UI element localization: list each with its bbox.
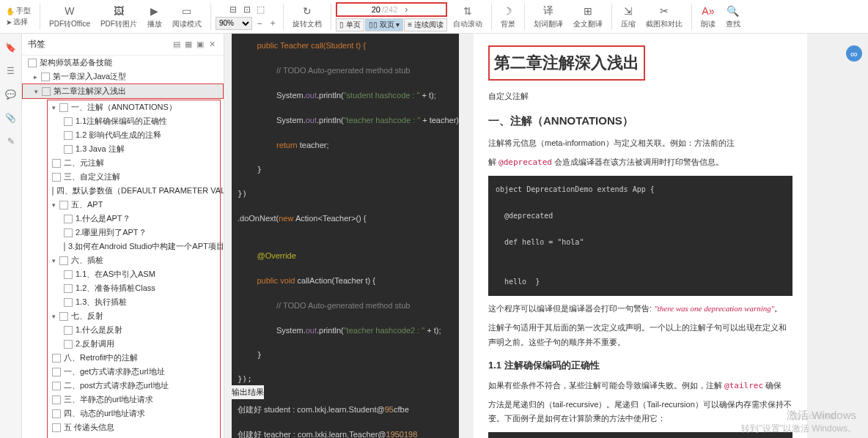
tree-s9-3[interactable]: 三、半静态的url地址请求 xyxy=(48,393,220,407)
tree-s6-2[interactable]: 1.2、准备待插桩Class xyxy=(48,281,220,295)
tree-s5-3[interactable]: 3.如何在Android Studio中构建一个APT项目？ xyxy=(48,240,220,253)
toolbar: ✋ 手型 ➤ 选择 WPDF转Office 🖼PDF转图片 ▶播放 ▭阅读模式 … xyxy=(0,0,868,34)
tree-s9-2[interactable]: 二、post方式请求静态url地址 xyxy=(48,379,220,393)
tree-s1-3[interactable]: 1.3 Java 注解 xyxy=(48,142,220,156)
fit-width-icon[interactable]: ⊟ xyxy=(227,4,239,15)
tree-s3[interactable]: 三、自定义注解 xyxy=(48,170,220,184)
search-icon: 🔍 xyxy=(727,4,740,18)
tree-s9-1[interactable]: 一、get方式请求静态url地址 xyxy=(48,365,220,379)
tree-ch2[interactable]: ▾第二章注解深入浅出 xyxy=(22,83,224,99)
full-translate-icon: ⊞ xyxy=(581,4,595,18)
rotate-icon: ↻ xyxy=(301,4,314,18)
word-translate-btn[interactable]: 译划词翻译 xyxy=(529,3,567,31)
compress-btn[interactable]: ⇲压缩 xyxy=(617,3,640,31)
actual-size-icon[interactable]: ⬚ xyxy=(255,4,267,15)
crop-compare-btn[interactable]: ✂截图和对比 xyxy=(641,3,687,31)
tree-ch1[interactable]: ▸第一章深入Java泛型 xyxy=(22,70,224,83)
para-1: 注解将元信息（meta-information）与定义相关联。例如：方法前的注 xyxy=(488,136,792,151)
left-rail: 🔖 ☰ 💬 📎 ✎ xyxy=(0,34,22,438)
para-2: 解 @deprecated 会造成编译器在该方法被调用时打印警告信息。 xyxy=(488,155,792,170)
moon-icon: ☽ xyxy=(501,4,515,18)
signature-tab-icon[interactable]: ✎ xyxy=(4,135,18,148)
continuous-btn[interactable]: ≡ 连续阅读 xyxy=(404,18,447,31)
sidebar-title: 书签 xyxy=(28,38,171,51)
pdf-to-image[interactable]: 🖼PDF转图片 xyxy=(96,3,141,31)
hand-tool[interactable]: ✋ 手型 xyxy=(6,6,31,16)
tree-s5[interactable]: ▾五、APT xyxy=(48,198,220,212)
page-total: /242 xyxy=(382,5,400,14)
compress-icon: ⇲ xyxy=(622,4,635,18)
outline-tab-icon[interactable]: ☰ xyxy=(4,64,18,78)
translate-icon: 译 xyxy=(542,4,555,18)
sb-close-icon[interactable]: ✕ xyxy=(206,39,218,51)
read-mode[interactable]: ▭阅读模式 xyxy=(168,3,206,31)
tree-root[interactable]: 架构师筑基必备技能 xyxy=(22,56,224,70)
autoscroll-btn[interactable]: ⇅自动滚动 xyxy=(449,3,487,31)
rotate-button[interactable]: ↻旋转文档 xyxy=(288,3,326,31)
tree-s9-4[interactable]: 四、动态的url地址请求 xyxy=(48,407,220,420)
tree-s5-2[interactable]: 2.哪里用到了APT？ xyxy=(48,226,220,240)
tree-s5-1[interactable]: 1.什么是APT？ xyxy=(48,212,220,226)
read-aloud-btn[interactable]: A»朗读 xyxy=(696,3,720,31)
tree-s6[interactable]: ▾六、插桩 xyxy=(48,253,220,267)
zoom-out-icon[interactable]: − xyxy=(254,18,265,29)
comment-tab-icon[interactable]: 💬 xyxy=(4,88,18,101)
select-tool[interactable]: ➤ 选择 xyxy=(6,17,31,27)
tree-s1-1[interactable]: 1.1注解确保编码的正确性 xyxy=(48,114,220,128)
section-1-1: 1.1 注解确保编码的正确性 xyxy=(488,357,792,374)
attachment-tab-icon[interactable]: 📎 xyxy=(4,111,18,125)
tree-s6-3[interactable]: 1.3、执行插桩 xyxy=(48,295,220,309)
full-translate-btn[interactable]: ⊞全文翻译 xyxy=(569,3,607,31)
code-block-1: object DeprecationDemo extends App { @de… xyxy=(488,176,792,296)
tree-s1[interactable]: ▾一、注解（ANNOTATIONS） xyxy=(48,100,220,114)
word-icon: W xyxy=(63,4,76,18)
speaker-icon: A» xyxy=(702,4,715,18)
page-input-box: /242 › xyxy=(336,2,447,17)
sb-view1-icon[interactable]: ▤ xyxy=(171,39,183,51)
tree-s4[interactable]: 四、默认参数值（DEFAULT PARAMETER VALUES） xyxy=(48,184,220,198)
sb-view2-icon[interactable]: ▦ xyxy=(183,39,194,51)
image-icon: 🖼 xyxy=(112,4,125,18)
pdf-page-left: public Teacher call(Student t) { // TODO… xyxy=(232,34,459,438)
zoom-select[interactable]: 90% xyxy=(216,17,252,30)
tree-s7-2[interactable]: 2.反射调用 xyxy=(48,337,220,351)
document-viewport[interactable]: ∞ public Teacher call(Student t) { // TO… xyxy=(224,34,868,438)
book-icon: ▭ xyxy=(180,4,194,18)
section-1: 一、注解（ANNOTATIONS） xyxy=(488,111,792,130)
tree-s2[interactable]: 二、元注解 xyxy=(48,156,220,170)
double-page-btn[interactable]: ▯▯ 双页 ▾ xyxy=(365,18,404,31)
play-button[interactable]: ▶播放 xyxy=(143,3,166,31)
crop-icon: ✂ xyxy=(658,4,671,18)
find-btn[interactable]: 🔍查找 xyxy=(721,3,745,31)
bookmark-tab-icon[interactable]: 🔖 xyxy=(4,41,18,54)
play-icon: ▶ xyxy=(148,4,161,18)
fit-page-icon[interactable]: ⊡ xyxy=(241,4,253,15)
tree-s9-5[interactable]: 五 传递头信息 xyxy=(48,420,220,434)
sb-view3-icon[interactable]: ▣ xyxy=(194,39,206,51)
autoscroll-icon: ⇅ xyxy=(461,4,474,18)
background-btn[interactable]: ☽背景 xyxy=(496,3,520,31)
pdf-to-office[interactable]: WPDF转Office xyxy=(45,3,95,31)
cursor-mode: ✋ 手型 ➤ 选择 xyxy=(6,6,31,27)
chapter-title: 第二章注解深入浅出 xyxy=(488,45,645,81)
tree-s1-2[interactable]: 1.2 影响代码生成的注释 xyxy=(48,128,220,142)
pdf-page-right: 第二章注解深入浅出 自定义注解 一、注解（ANNOTATIONS） 注解将元信息… xyxy=(474,34,807,438)
bookmark-tree: 架构师筑基必备技能 ▸第一章深入Java泛型 ▾第二章注解深入浅出 ▾一、注解（… xyxy=(22,56,224,438)
float-assist-btn[interactable]: ∞ xyxy=(846,45,862,62)
para-3: 这个程序可以编译但是编译器会打印一句警告: "there was one dep… xyxy=(488,302,792,316)
tree-s7-1[interactable]: 1.什么是反射 xyxy=(48,323,220,337)
para-4: 注解子句适用于其后面的第一次定义或声明。一个以上的注解子句可以出现在定义和声明之… xyxy=(488,321,792,350)
tree-s7[interactable]: ▾七、反射 xyxy=(48,309,220,323)
para-5: 如果有些条件不符合，某些注解可能会导致编译失败。例如，注解 @tailrec 确… xyxy=(488,379,792,393)
tree-s6-1[interactable]: 1.1、在AS中引入ASM xyxy=(48,267,220,281)
sidebar: 书签 ▤ ▦ ▣ ✕ 架构师筑基必备技能 ▸第一章深入Java泛型 ▾第二章注解… xyxy=(22,34,224,438)
zoom-in-icon[interactable]: ＋ xyxy=(267,18,279,29)
tree-s8[interactable]: 八、Retrofit中的注解 xyxy=(48,351,220,365)
tree-highlight-box: ▾一、注解（ANNOTATIONS） 1.1注解确保编码的正确性 1.2 影响代… xyxy=(47,100,221,438)
single-page-btn[interactable]: ▯ 单页 xyxy=(336,18,364,31)
subtitle: 自定义注解 xyxy=(488,89,792,104)
windows-watermark: 激活 Windows 转到"设置"以激活 Windows。 xyxy=(741,407,856,435)
page-next-icon[interactable]: › xyxy=(400,4,412,15)
page-number-input[interactable] xyxy=(338,5,382,14)
